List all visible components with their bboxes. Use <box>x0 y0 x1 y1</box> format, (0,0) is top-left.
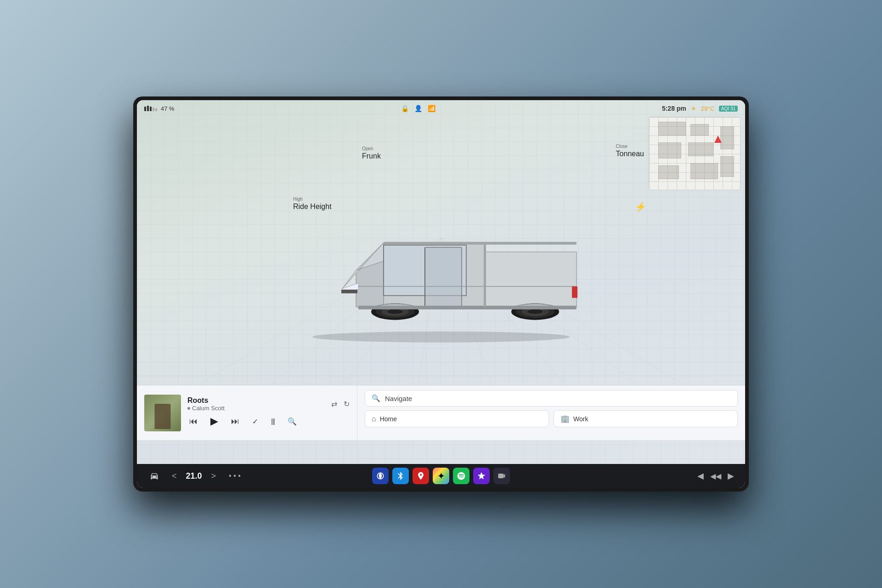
status-bar: 47 % 🔒 👤 📶 5:28 pm ☀ 29°C AQI 31 <box>137 100 745 117</box>
work-icon: 🏢 <box>560 414 570 423</box>
temp-down-button[interactable]: < <box>170 469 179 483</box>
svg-point-24 <box>387 309 403 314</box>
work-label: Work <box>573 415 588 423</box>
nav-search-button[interactable]: 🔍 Navigate <box>365 390 738 407</box>
purple-app-icon[interactable] <box>473 468 490 484</box>
next-button[interactable]: ⏭ <box>229 415 241 428</box>
svg-rect-33 <box>341 289 357 293</box>
work-button[interactable]: 🏢 Work <box>554 410 738 427</box>
mini-map-blocks <box>649 117 740 190</box>
nav-quick-buttons: ⌂ Home 🏢 Work <box>365 410 738 427</box>
repeat-button[interactable]: ↻ <box>344 400 350 408</box>
lock-icon: 🔒 <box>401 105 409 112</box>
home-button[interactable]: ⌂ Home <box>365 410 549 427</box>
map-location-marker <box>714 136 722 143</box>
screen: 47 % 🔒 👤 📶 5:28 pm ☀ 29°C AQI 31 <box>137 100 745 488</box>
svg-point-28 <box>527 309 543 314</box>
temperature: 29°C <box>701 105 714 112</box>
charging-icon: ⚡ <box>635 201 646 212</box>
aqi-badge: AQI 31 <box>719 106 738 112</box>
svg-point-11 <box>312 331 570 342</box>
colorful-app-icon[interactable]: ✦ <box>433 468 449 484</box>
svg-rect-31 <box>572 286 577 298</box>
status-center: 🔒 👤 📶 <box>401 105 435 112</box>
music-player: Roots Calum Scott ⇄ ↻ <box>137 385 357 440</box>
bluetooth-icon[interactable] <box>392 468 409 484</box>
tonneau-label-large: Tonneau <box>616 149 644 158</box>
profile-icon: 👤 <box>414 105 422 112</box>
taskbar: < 21.0 > • • • ✦ <box>137 464 745 488</box>
nav-panel: 🔍 Navigate ⌂ Home 🏢 Work <box>357 385 745 440</box>
map-block-5 <box>658 165 679 179</box>
battery-bars <box>144 106 157 111</box>
ride-height-label-small: High <box>293 197 303 202</box>
spotify-icon[interactable] <box>453 468 469 484</box>
status-right: 5:28 pm ☀ 29°C AQI 31 <box>662 105 738 112</box>
favorite-button[interactable]: ✓ <box>250 415 260 428</box>
map-block-4 <box>688 142 713 156</box>
main-content: ⚡ Open Frunk Close Tonneau High Ride Hei… <box>137 100 745 464</box>
ride-height-label-large: Ride Height <box>293 202 332 211</box>
map-block-6 <box>690 163 718 179</box>
media-prev-button[interactable]: ◀ <box>695 469 706 483</box>
car-taskbar-icon[interactable] <box>146 468 163 484</box>
taskbar-left: < 21.0 > • • • <box>146 468 244 484</box>
home-icon: ⌂ <box>372 415 376 423</box>
media-play-taskbar-button[interactable]: ◀◀ <box>708 470 723 482</box>
map-block-1 <box>658 122 686 136</box>
svg-rect-32 <box>484 243 486 307</box>
battery-icon <box>144 106 157 111</box>
artist-name: Calum Scott <box>192 405 225 412</box>
svg-rect-29 <box>358 305 577 309</box>
equalizer-button[interactable]: ||| <box>269 416 277 427</box>
music-info: Roots Calum Scott ⇄ ↻ <box>187 396 350 429</box>
app-icon-1[interactable] <box>372 468 389 484</box>
clock: 5:28 pm <box>662 105 686 112</box>
media-controls: ⏮ ▶ ⏭ ✓ ||| 🔍 <box>187 413 350 429</box>
shuffle-button[interactable]: ⇄ <box>331 400 337 408</box>
tonneau-label-small: Close <box>616 144 628 149</box>
nav-search-icon: 🔍 <box>372 394 380 402</box>
video-icon[interactable] <box>493 468 510 484</box>
battery-bar-4 <box>153 107 154 111</box>
bottom-panel: Roots Calum Scott ⇄ ↻ <box>137 385 745 440</box>
media-next-taskbar-button[interactable]: ▶ <box>726 469 736 483</box>
prev-button[interactable]: ⏮ <box>187 415 199 428</box>
battery-bar-1 <box>144 107 146 111</box>
nav-search-text: Navigate <box>385 395 412 402</box>
mini-map[interactable] <box>649 117 741 190</box>
battery-bar-3 <box>150 107 152 111</box>
temp-up-button[interactable]: > <box>209 469 218 483</box>
map-block-7 <box>720 126 734 149</box>
album-art <box>144 395 181 431</box>
tonneau-label[interactable]: Close Tonneau <box>616 144 644 158</box>
taskbar-app-icons: ✦ <box>372 468 510 484</box>
frunk-label[interactable]: Open Frunk <box>362 146 381 160</box>
artist-dot <box>187 407 190 410</box>
home-label: Home <box>380 415 397 423</box>
temperature-value: 21.0 <box>186 471 202 481</box>
map-block-8 <box>720 156 734 177</box>
pin-icon[interactable] <box>413 468 429 484</box>
ride-height-label[interactable]: High Ride Height <box>293 197 332 211</box>
svg-rect-17 <box>425 247 462 307</box>
screen-wrapper: 47 % 🔒 👤 📶 5:28 pm ☀ 29°C AQI 31 <box>133 96 749 492</box>
play-button[interactable]: ▶ <box>209 413 220 429</box>
map-block-2 <box>690 124 709 136</box>
search-music-button[interactable]: 🔍 <box>286 415 299 428</box>
svg-marker-35 <box>478 472 486 480</box>
wifi-icon: 📶 <box>428 105 435 112</box>
svg-rect-19 <box>384 242 577 244</box>
weather-sun: ☀ <box>691 105 696 112</box>
frunk-label-large: Frunk <box>362 152 381 160</box>
taskbar-right: ◀ ◀◀ ▶ <box>695 469 736 483</box>
battery-bar-5 <box>155 108 157 111</box>
status-left: 47 % <box>144 105 175 112</box>
battery-bar-2 <box>147 106 149 111</box>
more-options-button[interactable]: • • • <box>225 470 244 482</box>
album-art-figure <box>155 404 171 429</box>
cybertruck-model <box>292 215 590 344</box>
frunk-label-small: Open <box>362 146 373 152</box>
song-title: Roots <box>187 396 225 405</box>
map-block-3 <box>658 142 681 158</box>
